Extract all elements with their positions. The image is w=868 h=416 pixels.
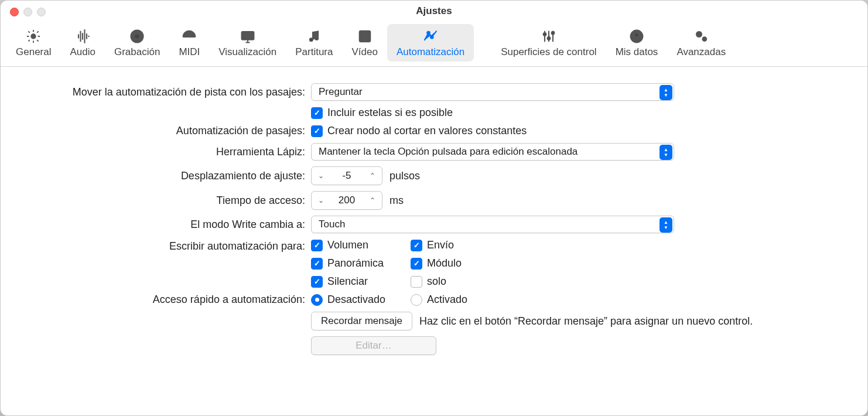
tab-label: Partitura [295, 46, 333, 58]
popup-value: Touch [319, 219, 345, 230]
close-window-button[interactable] [10, 8, 19, 16]
checkbox-label: Volumen [327, 239, 368, 251]
stepper-down-icon[interactable]: ⌄ [312, 192, 330, 209]
tab-label: MIDI [179, 46, 200, 58]
write-mute-checkbox[interactable]: Silenciar [311, 275, 411, 288]
tab-score[interactable]: Partitura [286, 24, 342, 62]
snap-offset-stepper[interactable]: ⌄ -5 ⌃ [311, 166, 382, 185]
checkbox-icon [411, 258, 422, 270]
checkbox-label: Silenciar [327, 275, 368, 288]
window-title: Ajustes [416, 5, 452, 17]
window-controls [10, 8, 46, 16]
tab-video[interactable]: Vídeo [342, 24, 387, 62]
record-icon [127, 28, 147, 45]
snap-offset-label: Desplazamiento de ajuste: [18, 170, 311, 182]
write-pan-checkbox[interactable]: Panorámica [311, 257, 411, 270]
tab-advanced[interactable]: Avanzadas [667, 24, 735, 62]
region-automation-label: Automatización de pasajes: [18, 125, 311, 137]
popup-stepper-icon [659, 217, 672, 233]
include-trails-checkbox[interactable]: Incluir estelas si es posible [311, 107, 453, 119]
tab-label: Audio [70, 46, 95, 58]
tab-control-surfaces[interactable]: Superficies de control [491, 24, 606, 62]
tab-label: General [16, 46, 51, 58]
pencil-tool-label: Herramienta Lápiz: [18, 146, 311, 158]
write-plugin-checkbox[interactable]: Módulo [411, 257, 510, 270]
popup-stepper-icon [659, 145, 672, 160]
tab-midi[interactable]: MIDI [169, 24, 209, 62]
tab-label: Mis datos [616, 46, 658, 58]
checkbox-icon [311, 258, 323, 270]
learn-message-button[interactable]: Recordar mensaje [311, 312, 412, 330]
checkbox-label: solo [427, 275, 446, 288]
checkbox-label: Crear nodo al cortar en valores constant… [327, 125, 527, 137]
checkbox-icon [411, 276, 422, 288]
zoom-window-button[interactable] [37, 8, 46, 16]
quick-access-label: Acceso rápido a automatización: [18, 294, 311, 306]
tab-general[interactable]: General [6, 24, 60, 62]
pencil-tool-popup[interactable]: Mantener la tecla Opción pulsada para ed… [311, 143, 674, 161]
tab-automation[interactable]: Automatización [387, 24, 474, 62]
stepper-down-icon[interactable]: ⌄ [312, 167, 330, 185]
svg-point-3 [184, 35, 186, 36]
ramp-time-stepper[interactable]: ⌄ 200 ⌃ [311, 191, 382, 210]
checkbox-icon [311, 276, 323, 288]
svg-point-15 [548, 37, 551, 40]
write-mode-popup[interactable]: Touch [311, 216, 674, 233]
gears-icon [691, 28, 711, 45]
stepper-value: -5 [330, 170, 363, 182]
svg-point-6 [191, 33, 192, 35]
stepper-up-icon[interactable]: ⌃ [363, 192, 382, 209]
radio-label: Activado [427, 294, 467, 306]
write-solo-checkbox[interactable]: solo [411, 275, 510, 288]
tab-label: Automatización [397, 46, 464, 58]
automation-curve-icon [421, 28, 440, 45]
move-track-automation-label: Mover la automatización de pista con los… [18, 86, 311, 98]
write-volume-checkbox[interactable]: Volumen [311, 239, 411, 251]
sliders-icon [539, 28, 559, 45]
svg-point-22 [704, 39, 705, 40]
button-label: Editar… [356, 340, 391, 352]
tab-recording[interactable]: Grabación [105, 24, 169, 62]
popup-stepper-icon [659, 85, 672, 100]
automation-settings-pane: Mover la automatización de pista con los… [1, 67, 867, 373]
svg-point-2 [135, 33, 140, 39]
tab-my-data[interactable]: Mis datos [606, 24, 668, 62]
display-icon [238, 28, 258, 45]
filmstrip-icon [355, 28, 375, 45]
move-track-automation-popup[interactable]: Preguntar [311, 83, 674, 101]
tab-label: Vídeo [351, 46, 377, 58]
settings-window: Ajustes General Audio [0, 0, 868, 416]
svg-point-7 [193, 35, 194, 36]
waveform-icon [73, 28, 93, 45]
ramp-time-unit: ms [389, 195, 404, 207]
music-notes-icon [304, 28, 324, 45]
tab-label: Superficies de control [501, 46, 596, 58]
tab-audio[interactable]: Audio [60, 24, 104, 62]
edit-button: Editar… [311, 336, 436, 355]
svg-point-5 [189, 33, 190, 34]
gear-icon [23, 28, 43, 45]
tab-display[interactable]: Visualización [209, 24, 286, 62]
stepper-up-icon[interactable]: ⌃ [363, 167, 382, 185]
snap-offset-unit: pulsos [389, 170, 420, 182]
svg-point-20 [698, 33, 700, 35]
write-send-checkbox[interactable]: Envío [411, 239, 510, 251]
svg-point-13 [430, 36, 433, 39]
quick-access-off-radio[interactable]: Desactivado [311, 294, 411, 306]
checkbox-label: Envío [427, 239, 454, 251]
titlebar: Ajustes [1, 1, 867, 22]
tab-label: Grabación [114, 46, 160, 58]
checkbox-icon [411, 240, 422, 251]
checkbox-icon [311, 240, 323, 251]
create-node-on-cut-checkbox[interactable]: Crear nodo al cortar en valores constant… [311, 125, 527, 137]
svg-point-14 [544, 33, 546, 36]
quick-access-on-radio[interactable]: Activado [411, 294, 510, 306]
write-automation-for-label: Escribir automatización para: [18, 239, 311, 253]
radio-label: Desactivado [327, 294, 385, 306]
checkbox-label: Panorámica [327, 257, 384, 270]
write-mode-changes-label: El modo Write cambia a: [18, 219, 311, 231]
minimize-window-button[interactable] [23, 8, 32, 16]
svg-point-0 [32, 34, 36, 38]
checkbox-icon [311, 107, 323, 119]
svg-point-4 [187, 33, 188, 35]
